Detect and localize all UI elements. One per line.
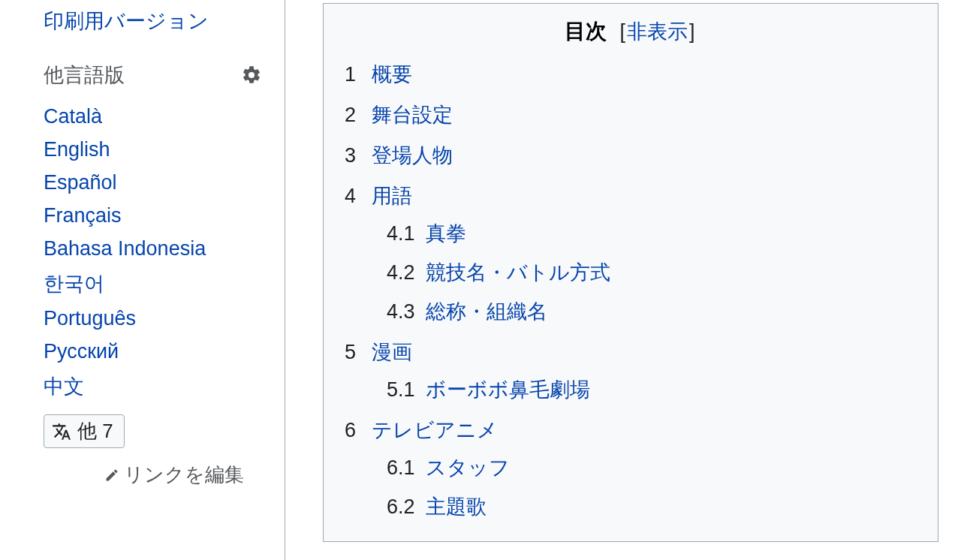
languages-header-title: 他言語版 [44,62,125,89]
language-link[interactable]: Español [44,171,117,194]
language-link[interactable]: Bahasa Indonesia [44,237,206,260]
toc-title: 目次 [565,20,607,43]
page-root: 印刷用バージョン 他言語版 Català English Español Fra… [0,0,961,560]
toc-link[interactable]: 競技名・バトル方式 [426,261,610,284]
toc-link[interactable]: 総称・組織名 [426,300,547,323]
languages-header: 他言語版 [44,62,267,89]
toc-number: 4 [345,185,361,208]
toc-toggle[interactable]: 非表示 [627,20,688,43]
toc-link[interactable]: 概要 [372,63,412,86]
toc-subitem[interactable]: 6.1スタッフ [387,454,917,481]
toc-item[interactable]: 3登場人物 [345,142,917,169]
print-version-link[interactable]: 印刷用バージョン [44,8,267,35]
toc-item[interactable]: 1概要 [345,61,917,88]
toc-list: 1概要 2舞台設定 3登場人物 4用語 4.1真拳 4.2競技名・バト [345,61,917,520]
toc-link[interactable]: 用語 [372,185,412,207]
more-languages-button[interactable]: 他 7 [44,414,125,448]
toc-number: 6.1 [387,456,418,480]
toc-number: 4.3 [387,300,418,324]
toc-box: 目次 [非表示] 1概要 2舞台設定 3登場人物 4用語 [323,3,938,542]
toc-title-row: 目次 [非表示] [345,17,917,46]
toc-sublist: 4.1真拳 4.2競技名・バトル方式 4.3総称・組織名 [345,220,917,325]
toc-link[interactable]: ボーボボ鼻毛劇場 [426,378,590,401]
toc-number: 3 [345,144,361,167]
toc-subitem[interactable]: 4.2競技名・バトル方式 [387,259,917,286]
sidebar: 印刷用バージョン 他言語版 Català English Español Fra… [0,0,285,560]
language-link[interactable]: Русский [44,340,119,363]
toc-link[interactable]: 真拳 [426,222,466,245]
toc-number: 4.2 [387,261,418,285]
pencil-icon [104,468,119,483]
translate-icon [52,422,71,441]
toc-item[interactable]: 5漫画 5.1ボーボボ鼻毛劇場 [345,339,917,403]
language-list: Català English Español Français Bahasa I… [44,105,267,400]
toc-link[interactable]: スタッフ [426,456,510,479]
toc-item[interactable]: 4用語 4.1真拳 4.2競技名・バトル方式 4.3総称・組織名 [345,182,917,325]
toc-toggle-wrap: [非表示] [613,20,697,43]
toc-number: 6.2 [387,495,418,519]
toc-link[interactable]: 主題歌 [426,495,487,518]
language-link[interactable]: Português [44,307,136,330]
toc-subitem[interactable]: 5.1ボーボボ鼻毛劇場 [387,376,917,403]
toc-subitem[interactable]: 4.3総称・組織名 [387,298,917,325]
toc-link[interactable]: 舞台設定 [372,104,453,126]
toc-number: 4.1 [387,222,418,245]
toc-number: 5.1 [387,378,418,402]
toc-number: 2 [345,104,361,127]
toc-subitem[interactable]: 4.1真拳 [387,220,917,247]
main-content: 目次 [非表示] 1概要 2舞台設定 3登場人物 4用語 [285,0,961,560]
toc-item[interactable]: 6テレビアニメ 6.1スタッフ 6.2主題歌 [345,417,917,520]
edit-links-label: リンクを編集 [124,462,244,488]
toc-link[interactable]: 漫画 [372,341,412,363]
toc-number: 5 [345,341,361,364]
language-link[interactable]: Català [44,105,102,128]
toc-link[interactable]: 登場人物 [372,144,453,167]
more-languages-label: 他 7 [77,418,113,444]
language-link[interactable]: Français [44,204,122,227]
language-link[interactable]: English [44,138,110,161]
language-link[interactable]: 한국어 [44,272,104,295]
toc-sublist: 6.1スタッフ 6.2主題歌 [345,454,917,520]
gear-icon[interactable] [241,65,262,86]
toc-number: 6 [345,419,361,442]
toc-link[interactable]: テレビアニメ [372,419,498,441]
edit-links[interactable]: リンクを編集 [44,462,267,488]
toc-subitem[interactable]: 6.2主題歌 [387,493,917,520]
toc-sublist: 5.1ボーボボ鼻毛劇場 [345,376,917,403]
toc-item[interactable]: 2舞台設定 [345,101,917,128]
toc-number: 1 [345,63,361,86]
language-link[interactable]: 中文 [44,375,84,398]
